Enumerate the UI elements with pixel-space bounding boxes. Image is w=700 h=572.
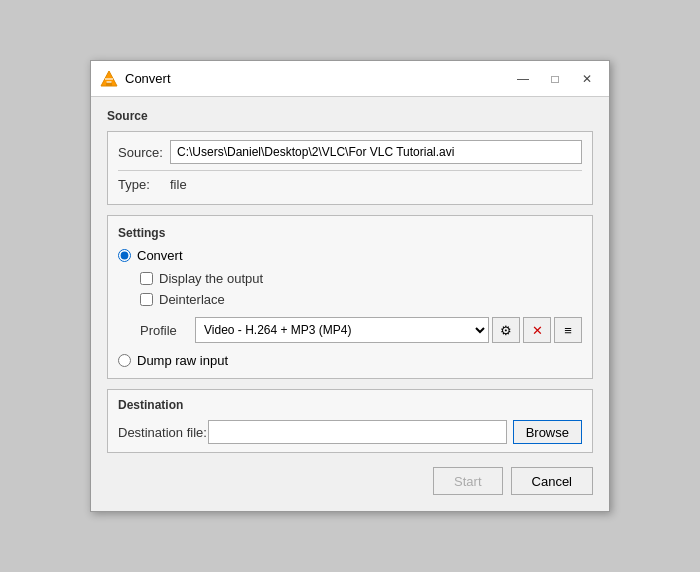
cancel-button[interactable]: Cancel [511,467,593,495]
title-bar: Convert — □ ✕ [91,61,609,97]
convert-radio-row: Convert [118,248,582,263]
source-section: Source Source: Type: file [107,109,593,205]
profile-add-button[interactable]: ≡ [554,317,582,343]
settings-section: Settings Convert Display the output Dein… [107,215,593,379]
vlc-icon [99,69,119,89]
profile-settings-button[interactable]: ⚙ [492,317,520,343]
dest-file-input[interactable] [208,420,507,444]
source-divider [118,170,582,171]
convert-radio-label: Convert [137,248,183,263]
source-box: Source: Type: file [107,131,593,205]
settings-title: Settings [118,226,582,240]
source-row: Source: [118,140,582,164]
destination-section: Destination Destination file: Browse [107,389,593,453]
type-row: Type: file [118,177,582,192]
deinterlace-row: Deinterlace [118,292,582,307]
start-button[interactable]: Start [433,467,502,495]
profile-delete-button[interactable]: ✕ [523,317,551,343]
window-content: Source Source: Type: file Settings Conve… [91,97,609,511]
window-controls: — □ ✕ [509,68,601,90]
type-key-label: Type: [118,177,170,192]
type-value: file [170,177,187,192]
destination-row: Destination file: Browse [118,420,582,444]
display-output-label: Display the output [159,271,263,286]
destination-title: Destination [118,398,582,412]
action-buttons: Start Cancel [107,467,593,495]
dest-file-label: Destination file: [118,425,208,440]
dump-radio-row: Dump raw input [118,353,582,368]
window-title: Convert [125,71,509,86]
convert-window: Convert — □ ✕ Source Source: Type: file [90,60,610,512]
display-output-row: Display the output [118,271,582,286]
profile-row: Profile Video - H.264 + MP3 (MP4) Video … [118,317,582,343]
source-key-label: Source: [118,145,170,160]
browse-button[interactable]: Browse [513,420,582,444]
profile-select[interactable]: Video - H.264 + MP3 (MP4) Video - H.265 … [195,317,489,343]
source-title: Source [107,109,593,123]
deinterlace-checkbox[interactable] [140,293,153,306]
minimize-button[interactable]: — [509,68,537,90]
deinterlace-label: Deinterlace [159,292,225,307]
display-output-checkbox[interactable] [140,272,153,285]
dump-radio[interactable] [118,354,131,367]
convert-radio[interactable] [118,249,131,262]
dump-radio-label: Dump raw input [137,353,228,368]
maximize-button[interactable]: □ [541,68,569,90]
close-button[interactable]: ✕ [573,68,601,90]
profile-label: Profile [140,323,195,338]
source-input[interactable] [170,140,582,164]
